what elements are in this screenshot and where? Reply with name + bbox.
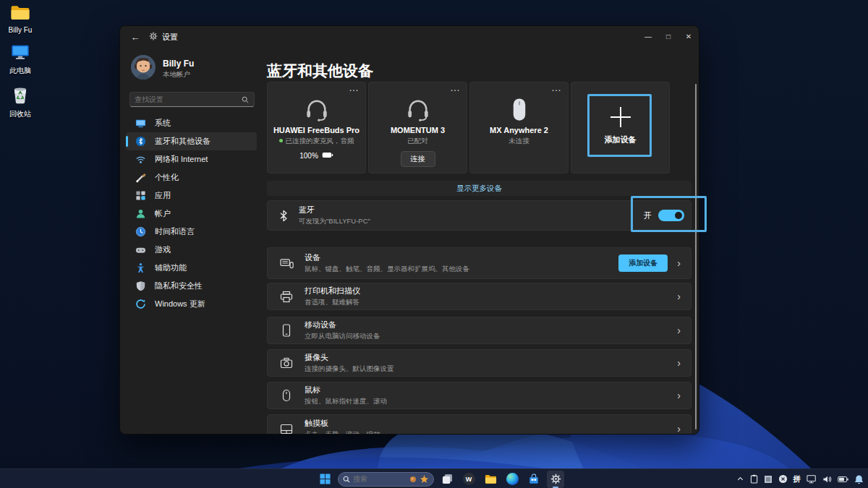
notification-bell-icon[interactable]	[854, 474, 864, 484]
edge-icon	[506, 473, 519, 485]
desktop-icon-this-pc[interactable]: 此电脑	[1, 43, 39, 76]
sidebar-item-windows-update[interactable]: Windows 更新	[126, 295, 257, 313]
tray-clipboard-icon[interactable]	[750, 474, 758, 484]
settings-row-touchpad[interactable]: 触摸板点击、手势、滚动、缩放 ›	[267, 414, 692, 435]
tray-app-square-icon[interactable]	[764, 475, 773, 484]
more-options-icon[interactable]: …	[349, 82, 359, 93]
task-view-button[interactable]	[438, 471, 456, 488]
chevron-right-icon: ›	[677, 257, 681, 269]
brush-icon	[135, 172, 146, 184]
sidebar-item-label: 应用	[155, 190, 171, 201]
sidebar-item-accessibility[interactable]: 辅助功能	[126, 259, 257, 277]
device-card-mx-anywhere[interactable]: … MX Anywhere 2 未连接	[469, 82, 569, 174]
word-app-button[interactable]: W	[460, 471, 477, 488]
device-card-freebuds[interactable]: … HUAWEI FreeBuds Pro 已连接的麦克风，音频 100%	[267, 82, 366, 174]
word-app-icon: W	[463, 473, 475, 485]
scrollbar[interactable]	[695, 84, 697, 429]
sidebar-item-personalization[interactable]: 个性化	[126, 168, 257, 187]
shield-icon	[135, 281, 146, 292]
user-text: Billy Fu 本地帐户	[163, 59, 194, 80]
sidebar-item-network[interactable]: 网络和 Internet	[126, 150, 257, 168]
bluetooth-glyph-icon	[279, 210, 288, 222]
battery-row: 100%	[268, 152, 365, 160]
mouse-outline-icon	[279, 389, 294, 402]
row-subtitle: 鼠标、键盘、触笔、音频、显示器和扩展坞、其他设备	[305, 265, 469, 274]
row-subtitle: 连接的摄像头、默认图像设置	[305, 364, 394, 374]
chevron-right-icon: ›	[677, 325, 681, 336]
system-icon	[135, 118, 146, 129]
add-device-button[interactable]: 添加设备	[618, 254, 668, 272]
tray-close-circle-icon[interactable]	[778, 474, 788, 484]
sidebar-item-label: Windows 更新	[155, 299, 205, 309]
settings-row-printers[interactable]: 打印机和扫描仪首选项、疑难解答 ›	[267, 283, 692, 310]
settings-app-button[interactable]	[547, 471, 564, 488]
battery-percent: 100%	[299, 152, 318, 160]
edge-browser-button[interactable]	[503, 471, 521, 488]
plus-icon	[571, 105, 669, 129]
devices-icon	[279, 257, 294, 270]
row-title: 移动设备	[305, 320, 380, 330]
sidebar-item-label: 游戏	[155, 244, 171, 255]
start-button[interactable]	[316, 471, 333, 488]
user-account-type: 本地帐户	[163, 70, 194, 80]
tray-display-icon[interactable]	[807, 474, 817, 484]
settings-search-box[interactable]	[129, 92, 255, 107]
add-device-tile[interactable]: 添加设备	[571, 82, 670, 174]
settings-nav: 系统 蓝牙和其他设备 网络和 Internet 个性化 应用 帐户 时间和语言	[126, 114, 257, 313]
taskbar-search-box[interactable]	[338, 472, 434, 487]
ime-indicator[interactable]: 拼	[793, 474, 801, 484]
taskbar-center: W	[316, 469, 564, 488]
chevron-right-icon: ›	[677, 423, 681, 435]
device-name: MOMENTUM 3	[369, 126, 467, 134]
row-title: 触摸板	[305, 418, 380, 429]
tray-volume-icon[interactable]	[822, 475, 832, 484]
more-options-icon[interactable]: …	[551, 82, 562, 93]
bluetooth-title: 蓝牙	[299, 205, 370, 215]
microsoft-store-button[interactable]	[525, 471, 542, 488]
device-card-momentum[interactable]: … MOMENTUM 3 已配对 连接	[368, 82, 467, 174]
headset-icon	[369, 96, 467, 124]
desktop-icon-label: Billy Fu	[9, 26, 33, 34]
desktop-icon-label: 此电脑	[9, 66, 31, 76]
sidebar-item-time-language[interactable]: 时间和语言	[126, 223, 257, 241]
back-button[interactable]: ←	[126, 28, 145, 46]
settings-row-devices[interactable]: 设备 鼠标、键盘、触笔、音频、显示器和扩展坞、其他设备 添加设备 ›	[267, 247, 692, 279]
sidebar-item-label: 时间和语言	[155, 226, 195, 237]
apps-grid-icon	[135, 190, 146, 202]
camera-icon	[279, 357, 294, 369]
sidebar-item-label: 蓝牙和其他设备	[155, 136, 210, 147]
taskbar-search-input[interactable]	[353, 475, 407, 483]
sidebar-item-bluetooth-devices[interactable]: 蓝牙和其他设备	[126, 132, 257, 150]
desktop-icon-billy-fu[interactable]: Billy Fu	[1, 4, 39, 34]
settings-gear-icon	[550, 474, 561, 484]
row-subtitle: 首选项、疑难解答	[305, 298, 360, 307]
settings-row-cameras[interactable]: 摄像头连接的摄像头、默认图像设置 ›	[267, 349, 692, 377]
settings-search-input[interactable]	[130, 95, 242, 103]
mouse-icon	[470, 96, 568, 124]
more-options-icon[interactable]: …	[450, 82, 461, 93]
desktop-icon-label: 回收站	[9, 109, 31, 119]
clock-icon	[135, 226, 146, 238]
settings-row-mobile-devices[interactable]: 移动设备立即从电脑访问移动设备 ›	[267, 317, 692, 344]
toggle-knob	[675, 212, 682, 219]
row-subtitle: 按钮、鼠标指针速度、滚动	[305, 397, 387, 406]
sidebar-item-label: 系统	[155, 118, 171, 129]
show-more-devices-button[interactable]: 显示更多设备	[267, 181, 692, 196]
sidebar-item-accounts[interactable]: 帐户	[126, 205, 257, 223]
tray-battery-icon[interactable]	[838, 476, 848, 483]
device-status: 已连接的麦克风，音频	[268, 137, 365, 146]
desktop-icon-column: Billy Fu 此电脑 回收站	[1, 4, 39, 119]
sidebar-item-apps[interactable]: 应用	[126, 187, 257, 205]
bluetooth-toggle[interactable]	[658, 210, 684, 221]
sidebar-item-label: 帐户	[155, 208, 171, 219]
settings-row-mouse[interactable]: 鼠标按钮、鼠标指针速度、滚动 ›	[267, 382, 692, 409]
printer-icon	[279, 291, 294, 303]
tray-chevron-up-icon[interactable]	[736, 475, 744, 483]
connect-button[interactable]: 连接	[401, 151, 435, 167]
desktop-icon-recycle-bin[interactable]: 回收站	[1, 85, 39, 119]
sidebar-item-system[interactable]: 系统	[126, 114, 257, 132]
file-explorer-button[interactable]	[482, 471, 499, 488]
sidebar-item-privacy-security[interactable]: 隐私和安全性	[126, 277, 257, 295]
sidebar-item-gaming[interactable]: 游戏	[126, 241, 257, 259]
user-profile[interactable]: Billy Fu 本地帐户	[131, 55, 194, 82]
